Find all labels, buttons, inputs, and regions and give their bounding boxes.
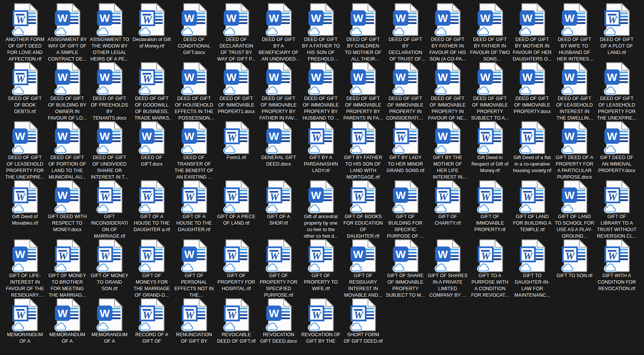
desktop-file[interactable]: W GIFT OF A HOUSE TO THE DAUGHTER.rtf (174, 180, 214, 233)
desktop-file[interactable]: W ASSIGNMENT TO THE WIDOW BY OTHER LEGAL… (89, 3, 130, 62)
desktop-file[interactable]: W GIFT BY A PARDANASHIN LADY.rtf (301, 121, 341, 174)
desktop-file[interactable]: W GENERAL GIFT DEED.docx (258, 121, 299, 168)
desktop-file[interactable]: W DEED OF GIFT BY FATHER IN FAVOUR OF TW… (470, 3, 510, 62)
desktop-file[interactable]: W Gift Deed in Respect of Gift of Money.… (470, 121, 510, 174)
desktop-file[interactable]: W MEMORANDUM OF A (89, 298, 130, 345)
desktop-file[interactable]: W DEED OF GIFT BY CHILDREN TO MOTHER OF … (343, 3, 383, 62)
svg-text:W: W (312, 132, 322, 144)
word-classic-document-icon: W (96, 239, 123, 272)
desktop-file[interactable]: W MEMORANDUM OF A (47, 298, 88, 345)
desktop-file[interactable]: W GIFT OF LIBRARY TO A TRUST WITHOUT REV… (597, 180, 637, 240)
desktop-file[interactable]: W DEED OF GIFT.docx (131, 121, 172, 168)
svg-text:W: W (439, 191, 449, 203)
desktop-file[interactable]: W GIFT OF RESIDUARY INTEREST IN MOVABLE … (343, 239, 383, 299)
word-classic-document-icon: W (12, 62, 38, 95)
desktop-file[interactable]: W Gift Deed of a flat in a co-operative … (512, 121, 552, 174)
desktop-file[interactable]: W DEED OF GIFT BY FATHER IN FAVOUR OF HI… (427, 3, 468, 62)
desktop-file[interactable]: W GIFT OF SHARES IN A PRIVATE LIMITED CO… (427, 239, 468, 299)
desktop-file[interactable]: W DEED OF GIFT OF IMMOVABLE PROPERT1.doc… (216, 62, 257, 115)
desktop-file[interactable]: W GIFT DEED OF A PROPERTY FOR A PARTICUL… (554, 121, 595, 181)
desktop-file[interactable]: W Declaration of Gift of Money.rtf (131, 3, 172, 49)
desktop-file[interactable]: W GIFT INCONSIDERATION OF MARRIAGE.rtf (89, 180, 130, 240)
svg-text:W: W (184, 71, 195, 83)
desktop-file[interactable]: W GIFT BY LADY TO HER MINOR GRAND SONS.r… (385, 121, 426, 174)
desktop-file[interactable]: W GIFT OF MONEY TO GRAND SON.rtf (89, 239, 130, 292)
desktop-file[interactable]: W REVOCATION GIFT DEED.docx (258, 298, 299, 345)
file-label: GIFT WITH A CONDITION FOR REVOCATION.rtf (597, 273, 637, 292)
svg-text:W: W (311, 189, 321, 201)
desktop-file[interactable]: W DEED OF GIFT BY A BENEFICIARY OF AN UN… (258, 3, 299, 62)
word-document-icon: W (477, 62, 503, 95)
desktop-file[interactable]: W SHORT FORM OF GIFT DEED.rtf (343, 298, 383, 345)
desktop-file[interactable]: W DEED OF GIFT OF LEASEHOLD PROPERTY FOR… (5, 121, 45, 181)
desktop-file[interactable]: W GIFT DEED WITH RESPECT TO MONEY.docx (47, 180, 88, 233)
desktop-file[interactable]: W DEED OF GIFT OF IMMOVABLE PROPERTY IN … (385, 62, 426, 122)
desktop-file[interactable]: W GIFT TO SON.rtf (554, 239, 595, 279)
desktop-file[interactable]: W GIFT OF A PIECE OF LAND.rtf (216, 180, 257, 227)
file-label: DEED OF DECLARATION OF TRUST BY WAY OF G… (216, 36, 256, 62)
desktop-file[interactable]: W DEED OF GIFT OF UNDIVIDED SHARE OR INT… (89, 121, 130, 181)
desktop-file[interactable]: W GIFT OF LAND FOR BUILDING A TEMPLE.rtf (512, 180, 552, 233)
desktop-file[interactable]: W DEED OF GIFT OF IMMOVABLE PROPERTY BY … (258, 62, 299, 122)
desktop-file[interactable]: W DEED OF GIFT OF GOODWILL OF BUSINESS, … (131, 62, 172, 122)
desktop-file[interactable]: W GIFT OF A SHOP.rtf (258, 180, 299, 227)
desktop-file[interactable]: W REVOCABLE DEED OF GIFT.rtf (216, 298, 257, 345)
desktop-file[interactable]: W DEED OF GIFT OF IMMOVABLE PROPERTY IN … (427, 62, 468, 122)
svg-text:W: W (100, 71, 110, 83)
desktop-file[interactable]: W DEED OF CONDITIONAL GIFT.docx (174, 3, 214, 56)
desktop-file[interactable]: W GIFT TO DAUGHTER-IN-LAW FOR MAINTENANC… (512, 239, 552, 299)
desktop-file[interactable]: W GIFT TO A PURPOSE WITH A CONDITION FOR… (470, 239, 510, 299)
desktop-file[interactable]: W DEED OF GIFT OF A PLOT OF LAND.rtf (597, 3, 637, 56)
desktop-file[interactable]: W GIFT OF BOOKS FOR EDUCATION OF DAUGHTE… (343, 180, 383, 240)
desktop-file[interactable]: W GIFT OF A HOUSE TO THE DAUGHTER a.rtf (131, 180, 172, 233)
desktop-file[interactable]: W GIFT OF PROPERTY FOR HOSPITAL.rtf (216, 239, 257, 292)
file-label: DEED OF GIFT BY FATHER IN FAVOUR OF TWO … (470, 36, 510, 62)
desktop-file[interactable]: W DEED OF GIFT OF IMMOVABLE PROPERTY BY … (301, 62, 341, 122)
desktop-file[interactable]: W GIFT OF PROPERTY TO WIFE.rtf (301, 239, 341, 292)
desktop-file[interactable]: W DEED OF GIFT OF IMMOVABLE PROPERTY BY … (343, 62, 383, 122)
word-document-icon: W (96, 121, 123, 154)
desktop-file[interactable]: W DEED OF GIFT OF IMMOVABLE PROPERTY.doc… (512, 62, 552, 115)
desktop-file[interactable]: W DEED OF GIFT OF PORTION OF LAND TO THE… (47, 121, 88, 181)
desktop-file[interactable]: W GIFT OF SHARE OF IMMOVABLE PROPERTY SU… (385, 239, 426, 299)
desktop-file[interactable]: W RECORD OF A GIFT OF (131, 298, 172, 345)
desktop-file[interactable]: W GIFT OF LAND TO SCHOOL FOR USE AS A PL… (554, 180, 595, 240)
desktop-file[interactable]: W DEED OF GIFT OF LEASEHOLD INTEREST IN … (554, 62, 595, 122)
desktop-file[interactable]: W ASSIGNMENT BY WAY OF GIFT OF A SIMPLE … (47, 3, 88, 62)
desktop-file[interactable]: W GIFT OF PERSONAL EFFECTS NOT IN THE PO… (174, 239, 214, 299)
desktop-file[interactable]: W Gift Deed of Movables.rtf (5, 180, 45, 227)
desktop-file[interactable]: W DEED OF DECLARATION OF TRUST BY WAY OF… (216, 3, 257, 62)
desktop-file[interactable]: W DEED OF GIFT BY WIFE TO HUSBAND OF HER… (554, 3, 595, 62)
desktop-file[interactable]: W GIFT DEED OF AN IMMOVAL PROPERTY.docx (597, 121, 637, 174)
desktop-file[interactable]: W DEED OF GIFT BY DECLARATION OF TRUST O… (385, 3, 426, 62)
desktop-file[interactable]: W GIFT OF LIFE-INTEREST IN FAVOUR OF THE… (5, 239, 45, 299)
desktop-file[interactable]: W GIFT OF MONEY TO BROTHER FOR MEETING T… (47, 239, 88, 299)
desktop-file[interactable]: W DEED OF GIFT OF BUILDING BY OWNER IN F… (47, 62, 88, 122)
desktop-file[interactable]: W REVOCATION OF GIFT BY THE (301, 298, 341, 345)
desktop-file[interactable]: W Form1.rtf (216, 121, 257, 161)
desktop-file[interactable]: W GIFT OF MONEYS FOR THE MARRIAGE OF GRA… (131, 239, 172, 299)
desktop-file[interactable]: W DEED OF TRANSFER OF THE BENEFIT OF AN … (174, 121, 214, 181)
desktop-file[interactable]: W GIFT OF CHARITY.rtf (427, 180, 468, 227)
desktop-file[interactable]: W RENUNCIATION OF GIFT BY (174, 298, 214, 345)
word-classic-document-icon: W (181, 180, 207, 213)
desktop-file[interactable]: W DEED OF GIFT BY MOTHER IN FAVOUR OF HE… (512, 3, 552, 62)
desktop-file[interactable]: W Gift of ancestral property by one co-h… (301, 180, 341, 240)
svg-text:W: W (100, 12, 110, 24)
desktop-file[interactable]: W ANOTHER FORM OF GIFT DEED FOR LOVE AND… (5, 3, 45, 62)
desktop-file[interactable]: W DEED OF GIFT OF HOUSEHOLD EFFECTS IN T… (174, 62, 214, 122)
desktop-file[interactable]: W GIFT WITH A CONDITION FOR REVOCATION.r… (597, 239, 637, 292)
desktop-file[interactable]: W DEED OF GIFT OF FREEHOLDS BY TENANTS.d… (89, 62, 130, 122)
desktop-file[interactable]: W MEMORANDUM OF A (5, 298, 45, 345)
desktop-file[interactable]: W DEED OF GIFT OF LEASEHOLD PROPERTY FOR… (597, 62, 637, 122)
desktop-file[interactable]: W GIFT BY FATHER TO HIS SON OF LAND WITH… (343, 121, 383, 181)
desktop-file[interactable]: W DEED OF GIFT OF BOOK DEBTS.rtf (5, 62, 45, 115)
desktop-file[interactable]: W GIFT OF BUILDING FOR SPECIFIC PURPOSE … (385, 180, 426, 240)
desktop-file[interactable]: W GIFT BY THE MOTHER OF HER LIFE INTERES… (427, 121, 468, 181)
desktop-file[interactable]: W DEED OF GIFT BY A FATHER TO HIS SON OF… (301, 3, 341, 62)
file-label: Declaration of Gift of Money.rtf (132, 36, 172, 49)
desktop-file[interactable]: W DEED OF GIFT OF IMMOVABLE PROPERTY SUB… (470, 62, 510, 122)
file-label: GIFT OF IMMOVABLE PROPERTY.rtf (470, 214, 510, 233)
desktop-file[interactable]: W GIFT OF IMMOVABLE PROPERTY.rtf (470, 180, 510, 233)
desktop-file[interactable]: W GIFT OF PROPERTY FOR SPECIFIED PURPOSE… (258, 239, 299, 299)
